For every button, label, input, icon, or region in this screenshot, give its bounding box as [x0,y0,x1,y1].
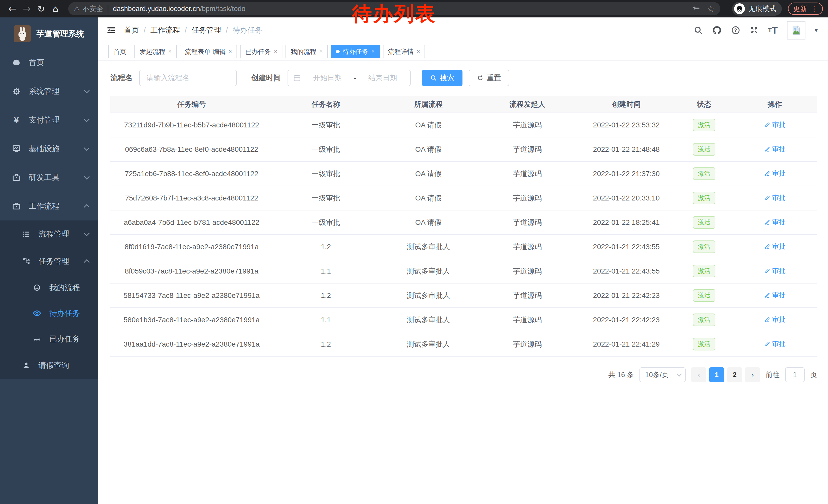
page-button-2[interactable]: 2 [727,367,742,382]
sidebar-item-task-mgmt[interactable]: 任务管理 [0,248,98,275]
avatar[interactable] [787,21,805,40]
sidebar-item-process-mgmt[interactable]: 流程管理 [0,221,98,248]
approve-button[interactable]: 审批 [764,266,786,275]
search-icon[interactable] [694,26,703,35]
browser-home-icon[interactable]: ⌂ [48,2,63,16]
bookmark-star-icon[interactable]: ☆ [707,4,715,14]
sidebar-item-label: 研发工具 [29,172,85,183]
approve-button[interactable]: 审批 [764,218,786,227]
tab-home[interactable]: 首页 [108,45,131,58]
approve-label: 审批 [772,193,786,202]
sidebar-item-todo-task[interactable]: 待办任务 [0,301,98,326]
sidebar-item-my-process[interactable]: 我的流程 [0,275,98,301]
cell-status: 激活 [676,332,732,356]
page-size-select[interactable]: 10条/页 [639,367,686,382]
logo-row[interactable]: 芋道管理系统 [0,17,98,48]
cell-starter: 芋道源码 [478,283,577,308]
cell-task-id: a6aba0a4-7b6d-11ec-b781-acde48001122 [110,210,273,235]
breadcrumb-home[interactable]: 首页 [124,25,139,35]
close-icon[interactable]: × [417,48,420,55]
goto-page-input[interactable] [785,367,805,382]
close-icon[interactable]: × [168,48,172,55]
app-title: 芋道管理系统 [36,29,84,39]
approve-button[interactable]: 审批 [764,339,786,349]
approve-button[interactable]: 审批 [764,193,786,202]
github-icon[interactable] [712,26,722,35]
tab-start-process[interactable]: 发起流程× [134,45,177,58]
cell-operation: 审批 [732,137,817,162]
sidebar-item-workflow[interactable]: 工作流程 [0,192,98,221]
approve-button[interactable]: 审批 [764,242,786,251]
close-icon[interactable]: × [371,48,375,55]
page-button-1[interactable]: 1 [709,367,724,382]
close-icon[interactable]: × [274,48,277,55]
prev-page-button[interactable]: ‹ [691,367,706,382]
status-badge: 激活 [693,168,715,180]
sidebar-item-devtool[interactable]: 研发工具 [0,163,98,192]
col-status: 状态 [676,96,732,113]
approve-button[interactable]: 审批 [764,145,786,153]
sidebar-item-payment[interactable]: ¥ 支付管理 [0,106,98,134]
svg-text:?: ? [734,28,737,33]
cell-status: 激活 [676,137,732,162]
pagination: 共 16 条 10条/页 ‹ 1 2 › 前往 页 [110,367,817,382]
browser-forward-icon[interactable]: → [19,2,34,16]
process-name-input[interactable] [139,70,237,86]
cell-create-time: 2022-01-21 22:41:29 [577,332,676,356]
date-range-input[interactable]: 开始日期 - 结束日期 [288,70,411,86]
table-row: 75d72608-7b7f-11ec-a3c8-acde48001122一级审批… [110,186,817,210]
sidebar-collapse-icon[interactable] [105,24,118,36]
tab-process-detail[interactable]: 流程详情× [383,45,425,58]
table-row: 8f0d1619-7ac8-11ec-a9e2-a2380e71991a1.2测… [110,235,817,259]
sidebar-item-label: 我的流程 [49,282,89,293]
breadcrumb-separator: / [143,26,146,35]
approve-button[interactable]: 审批 [764,120,786,129]
browser-chrome: ← → ↻ ⌂ ⚠ 不安全 dashboard.yudao.iocoder.cn… [0,0,828,17]
sidebar-item-home[interactable]: 首页 [0,48,98,77]
table-header-row: 任务编号 任务名称 所属流程 流程发起人 创建时间 状态 操作 [110,96,817,113]
sidebar-item-label: 任务管理 [38,256,85,267]
sidebar-item-label: 基础设施 [29,144,85,154]
fullscreen-icon[interactable] [749,26,759,35]
tab-form-edit[interactable]: 流程表单-编辑× [180,45,237,58]
browser-back-icon[interactable]: ← [5,2,19,16]
approve-button[interactable]: 审批 [764,169,786,178]
total-count: 共 16 条 [609,370,634,379]
edit-pencil-icon [764,268,770,274]
browser-reload-icon[interactable]: ↻ [34,2,48,16]
approve-button[interactable]: 审批 [764,291,786,300]
breadcrumb: 首页 / 工作流程 / 任务管理 / 待办任务 [124,25,262,35]
browser-menu-icon[interactable]: ⋮ [811,5,818,13]
sidebar-item-leave-query[interactable]: 请假查询 [0,352,98,379]
close-icon[interactable]: × [229,48,232,55]
cell-create-time: 2022-01-22 18:25:41 [577,210,676,235]
next-page-button[interactable]: › [745,367,760,382]
sidebar-item-system[interactable]: 系统管理 [0,77,98,106]
tab-todo-task[interactable]: 待办任务× [331,45,380,58]
help-icon[interactable]: ? [731,26,740,35]
search-button[interactable]: 搜索 [422,70,462,86]
cell-process: OA 请假 [379,137,478,162]
tab-done-task[interactable]: 已办任务× [240,45,282,58]
sidebar-item-infra[interactable]: 基础设施 [0,134,98,163]
address-bar[interactable]: ⚠ 不安全 dashboard.yudao.iocoder.cn/bpm/tas… [68,2,720,15]
reset-button[interactable]: 重置 [469,70,509,86]
breadcrumb-task-mgmt[interactable]: 任务管理 [191,25,221,35]
browser-update-button[interactable]: 更新 ⋮ [788,3,823,15]
cell-process: 测试多审批人 [379,259,478,283]
avatar-caret-icon[interactable]: ▾ [815,27,818,34]
cell-task-name: 1.2 [273,283,379,308]
sidebar-item-done-task[interactable]: 已办任务 [0,326,98,352]
status-badge: 激活 [693,119,715,131]
password-key-icon[interactable] [692,4,700,13]
breadcrumb-workflow[interactable]: 工作流程 [150,25,180,35]
sidebar-item-label: 工作流程 [29,201,85,212]
tab-my-process[interactable]: 我的流程× [286,45,328,58]
cell-starter: 芋道源码 [478,186,577,210]
edit-pencil-icon [764,219,770,225]
approve-label: 审批 [772,266,786,275]
font-size-icon[interactable]: TT [768,25,778,36]
reset-button-label: 重置 [487,73,501,83]
close-icon[interactable]: × [319,48,323,55]
approve-button[interactable]: 审批 [764,315,786,324]
